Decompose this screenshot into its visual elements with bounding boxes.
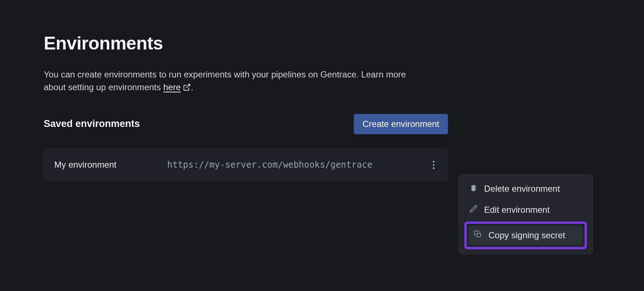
environment-row: My environment https://my-server.com/web… (44, 149, 448, 181)
delete-environment-item[interactable]: Delete environment (464, 179, 587, 198)
page-title: Environments (44, 33, 448, 54)
svg-line-0 (186, 84, 190, 88)
svg-rect-1 (477, 233, 480, 237)
copy-icon (474, 230, 482, 240)
link-text: here (163, 81, 181, 94)
dropdown-item-label: Delete environment (484, 184, 560, 194)
environment-url: https://my-server.com/webhooks/gentrace (167, 160, 415, 170)
external-link-icon (183, 83, 191, 91)
environment-name: My environment (54, 160, 153, 170)
kebab-menu-button[interactable] (430, 158, 437, 172)
description-text: You can create environments to run exper… (44, 69, 406, 92)
dropdown-item-label: Edit environment (484, 205, 550, 215)
environment-actions-dropdown: Delete environment Edit environment Copy… (458, 174, 593, 255)
description-suffix: . (191, 82, 193, 92)
edit-environment-item[interactable]: Edit environment (464, 200, 587, 219)
pencil-icon (470, 205, 478, 215)
highlight-indicator: Copy signing secret (464, 222, 587, 249)
page-description: You can create environments to run exper… (44, 68, 426, 94)
dropdown-item-label: Copy signing secret (488, 230, 565, 240)
copy-signing-secret-item[interactable]: Copy signing secret (469, 226, 582, 245)
create-environment-button[interactable]: Create environment (354, 114, 448, 134)
section-header: Saved environments Create environment (44, 114, 448, 134)
section-title: Saved environments (44, 118, 140, 129)
kebab-dot-icon (433, 161, 435, 163)
kebab-dot-icon (433, 167, 435, 169)
learn-more-link[interactable]: here (163, 81, 191, 94)
trash-icon (470, 184, 478, 194)
kebab-dot-icon (433, 164, 435, 166)
